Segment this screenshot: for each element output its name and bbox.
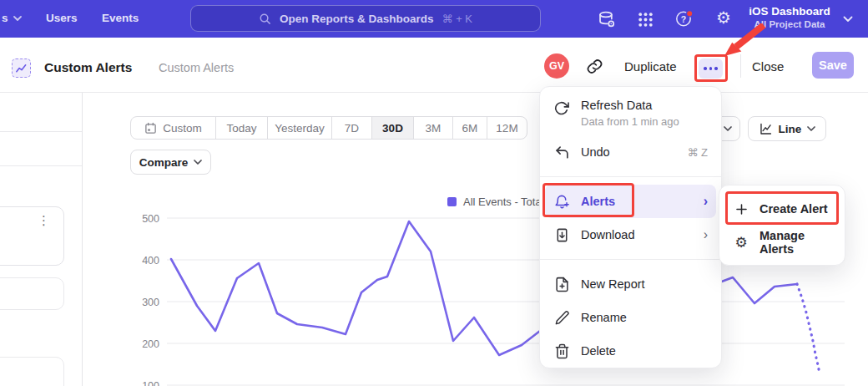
query-card[interactable] xyxy=(0,357,64,386)
legend-swatch[interactable] xyxy=(447,197,457,206)
avatar[interactable]: GV xyxy=(544,53,569,79)
page-title: Custom Alerts xyxy=(44,60,132,75)
gear-icon: ⚙ xyxy=(733,234,749,251)
svg-text:200: 200 xyxy=(142,338,159,350)
menu-item-undo[interactable]: Undo ⌘ Z xyxy=(540,135,721,169)
chevron-down-icon xyxy=(724,126,732,131)
plus-icon xyxy=(733,201,749,217)
menu-item-download[interactable]: Download › xyxy=(540,218,721,251)
date-range-3m[interactable]: 3M xyxy=(414,117,453,139)
search-placeholder: Open Reports & Dashboards xyxy=(280,13,434,25)
save-button[interactable]: Save xyxy=(812,52,854,79)
menu-item-new-report[interactable]: New Report xyxy=(540,267,721,301)
chevron-right-icon: › xyxy=(704,228,708,241)
svg-text:400: 400 xyxy=(142,255,159,267)
submenu-item-manage-alerts[interactable]: ⚙ Manage Alerts xyxy=(719,226,845,259)
download-icon xyxy=(553,226,570,243)
query-builder-sidebar: ⋮ xyxy=(0,93,83,386)
data-management-icon[interactable] xyxy=(596,9,616,29)
menu-item-rename[interactable]: Rename xyxy=(540,301,721,334)
search-input[interactable]: Open Reports & Dashboards ⌘ + K xyxy=(190,5,541,32)
calendar-icon xyxy=(144,122,157,135)
rename-pencil-icon xyxy=(553,309,570,326)
menu-divider xyxy=(540,176,721,177)
nav-item-events[interactable]: Events xyxy=(102,12,139,24)
date-range-12m[interactable]: 12M xyxy=(487,117,527,139)
menu-item-alerts[interactable]: Alerts › xyxy=(545,185,716,218)
date-range-picker: Custom Today Yesterday 7D 30D 3M 6M 12M xyxy=(130,116,527,140)
delete-trash-icon xyxy=(553,343,570,359)
menu-divider xyxy=(540,259,721,260)
content-top-border xyxy=(0,92,868,93)
svg-text:300: 300 xyxy=(142,297,159,308)
chevron-down-icon xyxy=(807,126,815,131)
svg-text:100: 100 xyxy=(142,380,159,386)
date-range-7d[interactable]: 7D xyxy=(332,117,372,139)
svg-text:?: ? xyxy=(681,13,686,23)
nav-item-truncated[interactable]: s xyxy=(2,12,22,24)
chevron-down-icon xyxy=(13,16,22,21)
more-options-menu: Refresh Data Data from 1 min ago Undo ⌘ … xyxy=(539,86,722,368)
sidebar-divider xyxy=(0,131,83,132)
settings-gear-icon[interactable]: ⚙ xyxy=(714,8,734,28)
menu-item-delete[interactable]: Delete xyxy=(540,334,721,368)
report-header: Custom Alerts Custom Alerts GV Duplicate… xyxy=(0,38,868,92)
date-range-custom[interactable]: Custom xyxy=(131,117,216,139)
refresh-icon xyxy=(553,100,570,117)
kebab-menu-icon[interactable]: ⋮ xyxy=(38,214,50,226)
line-chart-icon xyxy=(759,122,773,136)
submenu-item-create-alert[interactable]: Create Alert xyxy=(719,192,845,226)
duplicate-button[interactable]: Duplicate xyxy=(624,59,677,74)
close-button[interactable]: Close xyxy=(752,59,784,74)
search-icon xyxy=(259,13,271,25)
new-report-icon xyxy=(553,276,570,292)
header-divider xyxy=(740,54,741,78)
project-selector[interactable]: iOS Dashboard All Project Data xyxy=(743,5,836,29)
help-icon[interactable]: ? xyxy=(674,8,694,28)
query-card[interactable] xyxy=(0,277,64,310)
alerts-submenu: Create Alert ⚙ Manage Alerts xyxy=(719,185,845,266)
nav-item-users[interactable]: Users xyxy=(46,12,78,24)
report-type-icon[interactable] xyxy=(12,58,31,78)
date-range-30d-selected[interactable]: 30D xyxy=(372,117,414,139)
project-title: iOS Dashboard xyxy=(743,5,836,18)
svg-text:500: 500 xyxy=(142,213,159,225)
project-subtitle: All Project Data xyxy=(743,19,836,29)
project-chevron-down-icon[interactable] xyxy=(843,16,853,23)
date-range-today[interactable]: Today xyxy=(216,117,268,139)
query-card[interactable]: ⋮ xyxy=(0,206,64,266)
chart-type-button[interactable]: Line xyxy=(748,116,826,141)
date-range-6m[interactable]: 6M xyxy=(453,117,487,139)
legend-label: All Events - Total xyxy=(463,196,544,208)
refresh-label: Refresh Data xyxy=(581,99,679,112)
compare-button[interactable]: Compare xyxy=(130,150,211,175)
search-shortcut: ⌘ + K xyxy=(442,13,473,25)
menu-item-refresh-data[interactable]: Refresh Data Data from 1 min ago xyxy=(540,94,721,135)
more-options-button[interactable] xyxy=(699,58,723,79)
chevron-right-icon: › xyxy=(704,195,708,208)
alert-bell-icon xyxy=(553,193,570,210)
sidebar-divider xyxy=(0,165,83,166)
undo-icon xyxy=(553,144,570,160)
date-range-yesterday[interactable]: Yesterday xyxy=(268,117,332,139)
undo-shortcut: ⌘ Z xyxy=(687,146,708,159)
apps-grid-icon[interactable] xyxy=(635,9,655,29)
breadcrumb: Custom Alerts xyxy=(159,61,234,74)
chart-legend: All Events - Total xyxy=(447,196,544,208)
chevron-down-icon xyxy=(194,160,202,165)
share-link-icon[interactable] xyxy=(586,58,603,79)
refresh-sublabel: Data from 1 min ago xyxy=(581,115,679,128)
top-navbar: s Users Events Open Reports & Dashboards… xyxy=(0,0,868,38)
